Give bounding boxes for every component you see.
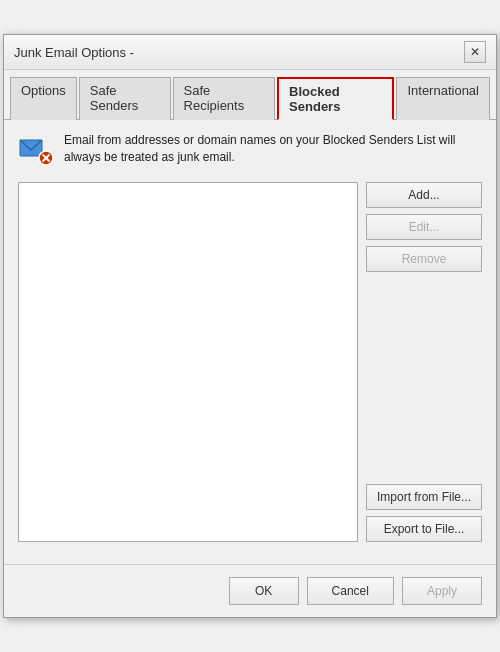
apply-button[interactable]: Apply (402, 577, 482, 605)
remove-button[interactable]: Remove (366, 246, 482, 272)
title-bar: Junk Email Options - ✕ (4, 35, 496, 70)
ok-button[interactable]: OK (229, 577, 299, 605)
tab-options[interactable]: Options (10, 77, 77, 120)
description-text: Email from addresses or domain names on … (64, 132, 482, 166)
tab-safe-senders[interactable]: Safe Senders (79, 77, 171, 120)
footer-buttons: OK Cancel Apply (4, 564, 496, 617)
close-button[interactable]: ✕ (464, 41, 486, 63)
content-area: Email from addresses or domain names on … (4, 120, 496, 554)
tab-blocked-senders[interactable]: Blocked Senders (277, 77, 394, 120)
cancel-button[interactable]: Cancel (307, 577, 394, 605)
senders-list[interactable] (18, 182, 358, 542)
tab-bar: Options Safe Senders Safe Recipients Blo… (4, 70, 496, 120)
dialog: Junk Email Options - ✕ Options Safe Send… (3, 34, 497, 618)
add-button[interactable]: Add... (366, 182, 482, 208)
side-buttons: Add... Edit... Remove Import from File..… (366, 182, 482, 542)
edit-button[interactable]: Edit... (366, 214, 482, 240)
dialog-title: Junk Email Options - (14, 45, 134, 60)
tab-international[interactable]: International (396, 77, 490, 120)
tab-safe-recipients[interactable]: Safe Recipients (173, 77, 276, 120)
main-area: Add... Edit... Remove Import from File..… (18, 182, 482, 542)
description-row: Email from addresses or domain names on … (18, 132, 482, 168)
export-button[interactable]: Export to File... (366, 516, 482, 542)
import-button[interactable]: Import from File... (366, 484, 482, 510)
junk-icon-svg (18, 132, 54, 168)
spacer (366, 278, 482, 478)
junk-mail-icon (18, 132, 54, 168)
